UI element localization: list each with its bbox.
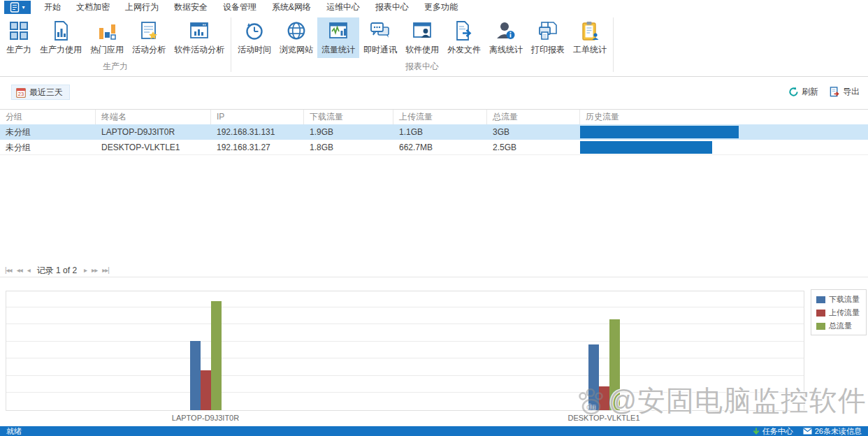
clipboard-user-icon: [579, 20, 600, 41]
chart-bar: [588, 344, 599, 410]
app-menu-button[interactable]: ▾: [4, 1, 31, 14]
prev-block-icon[interactable]: ◂◂: [17, 266, 22, 275]
legend-swatch: [816, 310, 825, 317]
refresh-button[interactable]: 刷新: [788, 86, 818, 98]
traffic-stats-icon: [328, 20, 349, 41]
ribbon-item-label: 生产力使用: [40, 44, 82, 56]
col-header-download[interactable]: 下载流量: [304, 110, 393, 124]
globe-icon: [286, 20, 307, 41]
ribbon-item-label: 打印报表: [531, 44, 565, 56]
col-header-history[interactable]: 历史流量: [580, 110, 868, 124]
gridline: [6, 392, 804, 393]
legend-swatch: [816, 323, 825, 330]
tab-report-center[interactable]: 报表中心: [368, 0, 417, 16]
cell-upload: 1.1GB: [393, 124, 487, 140]
cell-group: 未分组: [0, 140, 96, 154]
ribbon-item-label: 离线统计: [489, 44, 523, 56]
task-center-button[interactable]: 任务中心: [753, 426, 793, 436]
col-header-ip[interactable]: IP: [211, 110, 304, 124]
doc-chart-icon: [50, 20, 71, 41]
last-page-icon[interactable]: ▸▸|: [102, 266, 109, 275]
tab-device-management[interactable]: 设备管理: [215, 0, 264, 16]
app-window: ▾ 开始 文档加密 上网行为 数据安全 设备管理 系统&网络 运维中心 报表中心…: [0, 0, 868, 436]
ribbon: 生产力 生产力使用 热门应用 活动分析 软件活动分析: [0, 15, 868, 77]
prev-page-icon[interactable]: ◂: [27, 266, 30, 275]
table-header-row: 分组 终端名 IP 下载流量 上传流量 总流量 历史流量: [0, 110, 868, 124]
col-header-terminal[interactable]: 终端名: [96, 110, 211, 124]
ribbon-item-activity-analysis[interactable]: 活动分析: [128, 17, 170, 58]
window-chart-icon: [189, 20, 210, 41]
ribbon-item-work-order-stats[interactable]: 工单统计: [569, 17, 611, 58]
table-row[interactable]: 未分组 LAPTOP-D9J3IT0R 192.168.31.131 1.9GB…: [0, 124, 868, 140]
record-count-label: 记录 1 of 2: [37, 265, 77, 277]
col-header-total[interactable]: 总流量: [487, 110, 580, 124]
chevron-down-icon: ▾: [22, 5, 24, 10]
first-page-icon[interactable]: |◂◂: [5, 266, 12, 275]
chart-plot-area: [6, 291, 804, 411]
chart-x-label: DESKTOP-VLKTLE1: [544, 414, 663, 422]
chart-bar: [190, 341, 201, 410]
ribbon-item-productivity[interactable]: 生产力: [2, 17, 36, 58]
ribbon-item-activity-time[interactable]: 活动时间: [233, 17, 275, 58]
ribbon-item-label: 热门应用: [90, 44, 124, 56]
ribbon-group-label: 报表中心: [231, 60, 613, 76]
history-bar: [580, 126, 739, 138]
refresh-label: 刷新: [802, 86, 818, 98]
col-header-group[interactable]: 分组: [0, 110, 96, 124]
legend-label: 上传流量: [829, 307, 860, 318]
user-info-icon: [496, 20, 516, 41]
cell-download: 1.8GB: [304, 140, 393, 154]
cell-terminal: LAPTOP-D9J3IT0R: [96, 124, 211, 140]
tab-data-security[interactable]: 数据安全: [166, 0, 215, 16]
ribbon-item-outgoing-files[interactable]: 外发文件: [443, 17, 485, 58]
ribbon-item-traffic-stats[interactable]: 流量统计: [317, 17, 359, 58]
ribbon-item-label: 流量统计: [321, 44, 355, 56]
printer-icon: [537, 20, 558, 41]
mail-icon: [803, 428, 812, 435]
tab-internet-behavior[interactable]: 上网行为: [117, 0, 166, 16]
menu-bar: ▾ 开始 文档加密 上网行为 数据安全 设备管理 系统&网络 运维中心 报表中心…: [0, 0, 868, 15]
next-block-icon[interactable]: ▸▸: [92, 266, 97, 275]
cell-ip: 192.168.31.27: [211, 140, 304, 154]
ribbon-item-label: 软件使用: [405, 44, 439, 56]
table-row[interactable]: 未分组 DESKTOP-VLKTLE1 192.168.31.27 1.8GB …: [0, 140, 868, 155]
gridline: [6, 307, 804, 307]
export-file-icon: [830, 87, 840, 97]
tab-start[interactable]: 开始: [36, 0, 68, 16]
ribbon-item-instant-messaging[interactable]: 即时通讯: [359, 17, 401, 58]
ribbon-group-label: 生产力: [0, 60, 231, 76]
ribbon-item-productivity-usage[interactable]: 生产力使用: [36, 17, 86, 58]
history-bar: [580, 141, 712, 154]
ribbon-item-print-reports[interactable]: 打印报表: [527, 17, 569, 58]
calendar-icon: 23: [16, 87, 26, 98]
col-header-upload[interactable]: 上传流量: [393, 110, 487, 124]
history-clock-icon: [244, 20, 265, 41]
grid-icon: [8, 20, 29, 41]
doc-export-icon: [454, 20, 475, 41]
ribbon-item-software-usage[interactable]: 软件使用: [401, 17, 443, 58]
export-button[interactable]: 导出: [830, 86, 860, 98]
pagination-bar: |◂◂ ◂◂ ◂ 记录 1 of 2 ▸ ▸▸ ▸▸|: [0, 264, 868, 277]
ribbon-item-label: 浏览网站: [280, 44, 313, 56]
tab-system-network[interactable]: 系统&网络: [264, 0, 319, 16]
export-label: 导出: [843, 86, 860, 98]
gridline: [6, 324, 804, 324]
unread-messages-button[interactable]: 26条未读信息: [803, 426, 862, 436]
next-page-icon[interactable]: ▸: [84, 266, 87, 275]
traffic-chart: 下载流量上传流量总流量 du @安固电脑监控软件 LAPTOP-D9J3IT0R…: [0, 279, 868, 425]
date-range-button[interactable]: 23 最近三天: [11, 85, 70, 100]
tab-more-features[interactable]: 更多功能: [417, 0, 465, 16]
status-ready-label: 就绪: [6, 426, 22, 436]
date-range-label: 最近三天: [29, 87, 63, 99]
ribbon-item-label: 活动时间: [238, 44, 271, 56]
ribbon-item-hot-apps[interactable]: 热门应用: [86, 17, 128, 58]
ribbon-item-software-activity-analysis[interactable]: 软件活动分析: [170, 17, 229, 58]
ribbon-item-label: 软件活动分析: [174, 44, 224, 56]
download-arrow-icon: [753, 428, 760, 435]
ribbon-item-browse-websites[interactable]: 浏览网站: [275, 17, 317, 58]
app-icon: [10, 2, 20, 13]
ribbon-item-offline-stats[interactable]: 离线统计: [485, 17, 527, 58]
ribbon-group-productivity: 生产力 生产力使用 热门应用 活动分析 软件活动分析: [0, 15, 231, 76]
tab-doc-encryption[interactable]: 文档加密: [68, 0, 117, 16]
tab-ops-center[interactable]: 运维中心: [319, 0, 368, 16]
